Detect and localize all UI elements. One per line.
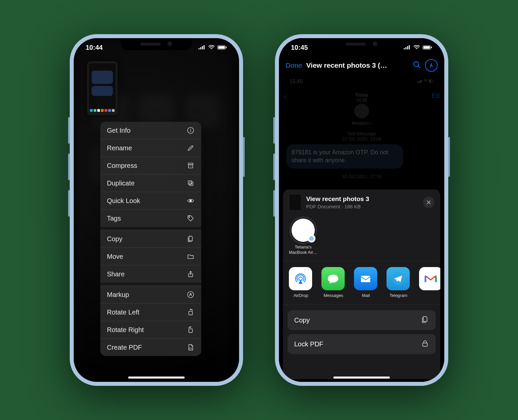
menu-label: Quick Look <box>107 197 140 205</box>
app-label: Messages <box>321 293 345 298</box>
airdrop-target-label: Tetiana's MacBook Air… <box>289 245 317 255</box>
menu-rotate-right[interactable]: Rotate Right <box>100 321 201 338</box>
menu-tags[interactable]: Tags <box>100 209 201 227</box>
menu-move[interactable]: Move <box>100 247 201 265</box>
svg-rect-35 <box>420 80 421 83</box>
action-label: Copy <box>294 316 310 324</box>
home-indicator[interactable] <box>333 377 390 379</box>
iphone-right: 10:45 Done View recent photos 3 (… 15:40 <box>275 34 448 386</box>
svg-rect-22 <box>189 329 193 332</box>
close-button[interactable] <box>423 197 434 208</box>
share-action-copy[interactable]: Copy <box>288 310 436 330</box>
markup-icon <box>187 291 195 299</box>
mail-icon <box>354 267 377 290</box>
svg-rect-2 <box>202 46 203 49</box>
markup-button[interactable] <box>425 59 438 72</box>
menu-label: Duplicate <box>107 179 134 187</box>
context-menu: Get Info Rename Compress Duplicate Quick… <box>100 122 201 356</box>
menu-rename[interactable]: Rename <box>100 139 201 157</box>
menu-get-info[interactable]: Get Info <box>100 122 201 139</box>
share-app-messages[interactable]: Messages <box>321 267 345 298</box>
search-button[interactable] <box>412 60 421 71</box>
share-icon <box>187 270 195 278</box>
airdrop-icon <box>289 267 312 290</box>
menu-label: Tags <box>107 215 121 222</box>
preview-avatar <box>354 104 369 118</box>
menu-label: Rotate Left <box>107 309 139 316</box>
preview-stamp-label: Text Message <box>284 131 440 136</box>
menu-label: Rename <box>107 144 132 152</box>
share-app-telegram[interactable]: Telegram <box>387 267 410 298</box>
status-time: 10:44 <box>86 44 103 51</box>
menu-create-pdf[interactable]: Create PDF PDF <box>100 338 201 356</box>
svg-point-18 <box>189 217 190 218</box>
eye-icon <box>187 197 195 205</box>
svg-rect-26 <box>407 46 408 49</box>
preview-stamp-2: 10 Oct 2021, 17:16 <box>284 174 440 179</box>
battery-icon <box>217 45 227 50</box>
share-app-mail[interactable]: Mail <box>354 267 378 298</box>
archive-icon <box>187 162 195 170</box>
share-sheet: View recent photos 3 PDF Document · 188 … <box>283 189 440 379</box>
svg-rect-1 <box>200 47 201 49</box>
preview-contact: Amazon <box>352 120 369 126</box>
svg-line-32 <box>418 66 420 68</box>
info-icon <box>187 126 195 134</box>
svg-rect-11 <box>189 165 193 168</box>
app-label: Mail <box>354 293 378 298</box>
svg-rect-29 <box>423 46 430 49</box>
home-indicator[interactable] <box>128 377 185 379</box>
menu-compress[interactable]: Compress <box>100 157 201 174</box>
svg-point-41 <box>311 238 312 239</box>
svg-point-42 <box>310 237 313 240</box>
menu-label: Get Info <box>107 127 130 134</box>
back-chevron-icon: ‹ <box>284 91 287 102</box>
cellular-icon <box>404 45 411 50</box>
folder-icon <box>187 252 195 260</box>
preview-message-bubble: 879181 is your Amazon OTP. Do not share … <box>286 144 403 169</box>
menu-quick-look[interactable]: Quick Look <box>100 192 201 209</box>
svg-text:PDF: PDF <box>189 348 192 349</box>
rotate-left-icon <box>187 308 195 316</box>
preview-inner-time: 15:40 <box>290 79 303 85</box>
share-app-more[interactable] <box>419 267 440 298</box>
status-icons <box>404 45 432 50</box>
airdrop-target[interactable]: Tetiana's MacBook Air… <box>289 219 317 255</box>
svg-rect-0 <box>199 48 200 49</box>
done-button[interactable]: Done <box>286 61 302 69</box>
airdrop-badge-icon <box>307 235 315 243</box>
copy-icon <box>421 315 429 325</box>
menu-label: Move <box>107 253 123 260</box>
lock-icon <box>421 339 429 349</box>
svg-point-31 <box>414 61 419 66</box>
tag-icon <box>187 214 195 222</box>
share-action-lock-pdf[interactable]: Lock PDF <box>288 334 436 354</box>
svg-rect-48 <box>423 343 427 346</box>
messages-icon <box>321 267 345 290</box>
menu-share[interactable]: Share <box>100 265 201 283</box>
svg-rect-6 <box>226 47 227 48</box>
menu-markup[interactable]: Markup <box>100 286 201 303</box>
menu-copy[interactable]: Copy <box>100 230 201 247</box>
svg-rect-27 <box>409 45 410 49</box>
menu-label: Copy <box>107 235 123 243</box>
svg-rect-25 <box>405 47 406 49</box>
menu-duplicate[interactable]: Duplicate <box>100 174 201 192</box>
cellular-icon <box>199 45 206 50</box>
copy-icon <box>187 235 195 243</box>
airdrop-target-avatar <box>292 219 315 242</box>
duplicate-icon <box>187 179 195 187</box>
preview-today-time: 15:35 <box>284 98 440 103</box>
svg-rect-30 <box>431 47 432 48</box>
menu-rotate-left[interactable]: Rotate Left <box>100 303 201 321</box>
status-time: 10:45 <box>291 44 308 51</box>
share-doc-title: View recent photos 3 <box>306 195 418 203</box>
preview-stamp-time: 22 Oct 2020, 13:09 <box>284 136 440 142</box>
share-doc-subtitle: PDF Document · 188 KB <box>306 203 418 210</box>
pdf-icon: PDF <box>187 343 195 351</box>
svg-rect-24 <box>404 48 405 49</box>
share-app-airdrop[interactable]: AirDrop <box>289 267 313 298</box>
telegram-icon <box>387 267 410 290</box>
app-icon-partial <box>419 267 440 290</box>
nav-bar: Done View recent photos 3 (… <box>279 57 444 74</box>
